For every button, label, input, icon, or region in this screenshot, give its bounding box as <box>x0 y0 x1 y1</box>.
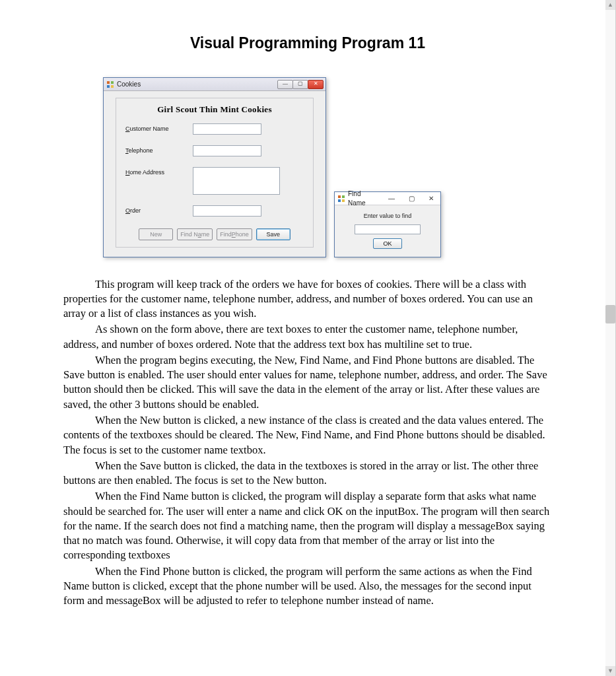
customer-name-label: Customer Name <box>125 123 193 133</box>
minimize-button[interactable]: — <box>384 194 399 203</box>
minimize-button[interactable]: — <box>277 80 293 89</box>
scroll-up-icon[interactable]: ▲ <box>605 0 615 10</box>
cookies-group: Girl Scout Thin Mint Cookies Customer Na… <box>116 98 314 248</box>
svg-rect-7 <box>342 199 345 202</box>
svg-rect-0 <box>107 81 110 84</box>
customer-name-input[interactable] <box>193 123 261 135</box>
home-address-label: Home Address <box>125 167 193 176</box>
maximize-button[interactable]: ▢ <box>404 194 419 203</box>
svg-rect-1 <box>111 81 114 84</box>
scroll-track[interactable] <box>605 10 615 666</box>
ok-button[interactable]: OK <box>373 238 402 249</box>
screenshot-figures: Cookies — ▢ ✕ Girl Scout Thin Mint Cooki… <box>103 77 552 257</box>
paragraph: This program will keep track of the orde… <box>63 277 552 321</box>
paragraph: When the Find Phone button is clicked, t… <box>63 564 552 609</box>
cookies-title-text: Cookies <box>117 80 275 89</box>
scroll-down-icon[interactable]: ▼ <box>605 666 615 676</box>
app-icon <box>337 195 345 203</box>
svg-rect-5 <box>342 195 345 198</box>
find-titlebar[interactable]: Find Name — ▢ ✕ <box>335 192 440 205</box>
svg-rect-6 <box>338 199 341 202</box>
new-button[interactable]: New <box>139 228 173 240</box>
telephone-label: Telephone <box>125 145 193 154</box>
find-phone-button[interactable]: Find Phone <box>217 228 252 240</box>
maximize-button[interactable]: ▢ <box>292 80 308 89</box>
telephone-input[interactable] <box>193 145 261 156</box>
find-name-window: Find Name — ▢ ✕ Enter value to find OK <box>334 191 441 257</box>
svg-rect-2 <box>107 85 110 88</box>
svg-rect-4 <box>338 195 341 198</box>
document-page: Visual Programming Program 11 Cookies — … <box>0 0 616 676</box>
scroll-thumb[interactable] <box>605 305 615 323</box>
find-title-text: Find Name <box>348 189 379 207</box>
page-title: Visual Programming Program 11 <box>63 33 552 53</box>
find-name-button[interactable]: Find Name <box>177 228 213 240</box>
order-input[interactable] <box>193 205 261 217</box>
scrollbar[interactable]: ▲ ▼ <box>605 0 615 676</box>
cookies-window: Cookies — ▢ ✕ Girl Scout Thin Mint Cooki… <box>103 77 326 257</box>
cookies-titlebar[interactable]: Cookies — ▢ ✕ <box>104 78 325 91</box>
paragraph: As shown on the form above, there are te… <box>63 322 552 352</box>
close-button[interactable]: ✕ <box>424 194 438 203</box>
app-icon <box>106 81 114 88</box>
find-input[interactable] <box>355 224 421 234</box>
svg-rect-3 <box>111 85 114 88</box>
paragraph: When the Save button is clicked, the dat… <box>63 459 552 489</box>
paragraph: When the program begins executing, the N… <box>63 353 552 412</box>
paragraph: When the New button is clicked, a new in… <box>63 413 552 457</box>
assignment-text: This program will keep track of the orde… <box>63 277 552 609</box>
close-button[interactable]: ✕ <box>308 80 324 89</box>
paragraph: When the Find Name button is clicked, th… <box>63 489 552 562</box>
order-label: Order <box>125 205 193 215</box>
find-prompt: Enter value to find <box>364 212 412 220</box>
save-button[interactable]: Save <box>256 228 291 240</box>
group-title: Girl Scout Thin Mint Cookies <box>125 104 304 116</box>
home-address-input[interactable] <box>193 167 280 195</box>
